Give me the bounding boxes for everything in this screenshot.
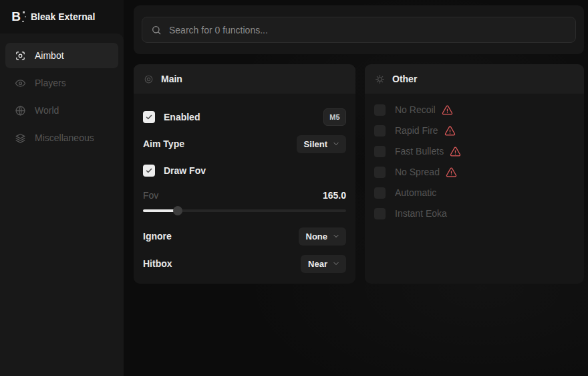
app-title: Bleak External bbox=[31, 11, 96, 22]
sidebar: B Bleak External Aimbot Players Wor bbox=[0, 0, 124, 376]
warning-icon bbox=[444, 125, 456, 136]
search-input[interactable] bbox=[169, 25, 567, 35]
logo-row: B Bleak External bbox=[0, 0, 124, 33]
fov-label: Fov bbox=[143, 190, 158, 201]
warning-icon bbox=[442, 104, 453, 116]
app-window: B Bleak External Aimbot Players Wor bbox=[0, 0, 588, 376]
other-item-no-spread[interactable]: No Spread bbox=[374, 165, 575, 179]
hitbox-row: Hitbox Near bbox=[143, 254, 346, 273]
draw-fov-checkbox[interactable] bbox=[143, 165, 155, 177]
no-spread-checkbox[interactable] bbox=[374, 167, 386, 178]
chevron-down-icon bbox=[332, 232, 340, 240]
eye-icon bbox=[15, 78, 26, 89]
warning-icon bbox=[450, 146, 461, 157]
enabled-keybind-button[interactable]: M5 bbox=[323, 108, 346, 126]
hitbox-value: Near bbox=[308, 259, 327, 269]
ignore-label: Ignore bbox=[143, 231, 172, 242]
draw-fov-label: Draw Fov bbox=[164, 165, 206, 176]
instant-eoka-checkbox[interactable] bbox=[374, 208, 386, 219]
other-item-no-recoil[interactable]: No Recoil bbox=[374, 102, 575, 117]
sidebar-item-miscellaneous[interactable]: Miscellaneous bbox=[5, 125, 118, 151]
ignore-value: None bbox=[306, 231, 328, 242]
fov-value: 165.0 bbox=[323, 190, 346, 201]
sidebar-item-label: World bbox=[35, 105, 59, 116]
sidebar-item-world[interactable]: World bbox=[5, 98, 118, 123]
enabled-row: Enabled M5 bbox=[143, 108, 346, 126]
chevron-down-icon bbox=[332, 260, 340, 268]
other-item-label: Fast Bullets bbox=[395, 146, 444, 157]
search-box[interactable] bbox=[142, 17, 576, 43]
layers-icon bbox=[15, 132, 26, 144]
hitbox-label: Hitbox bbox=[143, 258, 172, 269]
gear-icon bbox=[375, 74, 385, 84]
sidebar-item-label: Miscellaneous bbox=[35, 132, 94, 143]
fov-row: Fov 165.0 bbox=[143, 189, 346, 202]
rapid-fire-checkbox[interactable] bbox=[374, 125, 386, 136]
fov-slider[interactable] bbox=[143, 206, 346, 215]
other-item-fast-bullets[interactable]: Fast Bullets bbox=[374, 144, 575, 159]
target-icon bbox=[144, 74, 154, 84]
automatic-checkbox[interactable] bbox=[374, 187, 386, 199]
main-panel: Main Enabled M5 Aim Type Silent bbox=[134, 64, 355, 284]
enabled-checkbox[interactable] bbox=[143, 111, 155, 123]
chevron-down-icon bbox=[332, 140, 340, 148]
main-panel-header: Main bbox=[134, 64, 355, 94]
main-panel-title: Main bbox=[161, 74, 182, 84]
aim-type-row: Aim Type Silent bbox=[143, 134, 346, 153]
other-panel: Other No Recoil Rapid Fire Fast Bullets bbox=[365, 64, 584, 284]
other-item-rapid-fire[interactable]: Rapid Fire bbox=[374, 123, 575, 138]
search-panel bbox=[134, 5, 584, 54]
ignore-row: Ignore None bbox=[143, 227, 346, 246]
other-item-label: Rapid Fire bbox=[395, 125, 438, 136]
ignore-dropdown[interactable]: None bbox=[299, 227, 347, 246]
fov-slider-thumb[interactable] bbox=[173, 206, 182, 215]
sidebar-item-players[interactable]: Players bbox=[5, 70, 118, 96]
other-panel-title: Other bbox=[392, 74, 417, 84]
enabled-label: Enabled bbox=[164, 112, 200, 122]
other-item-label: No Recoil bbox=[395, 104, 436, 115]
other-item-automatic[interactable]: Automatic bbox=[374, 185, 575, 200]
hitbox-dropdown[interactable]: Near bbox=[301, 255, 346, 273]
no-recoil-checkbox[interactable] bbox=[374, 104, 386, 116]
fast-bullets-checkbox[interactable] bbox=[374, 146, 386, 157]
globe-icon bbox=[15, 105, 26, 116]
crosshair-focus-icon bbox=[15, 50, 26, 62]
other-item-label: Instant Eoka bbox=[395, 208, 447, 219]
sidebar-item-aimbot[interactable]: Aimbot bbox=[5, 43, 118, 68]
search-icon bbox=[151, 25, 162, 35]
sidebar-item-label: Players bbox=[35, 78, 66, 88]
other-item-label: Automatic bbox=[395, 187, 436, 198]
warning-icon bbox=[446, 167, 457, 178]
app-logo-icon: B bbox=[9, 9, 23, 24]
draw-fov-row: Draw Fov bbox=[143, 162, 346, 179]
aim-type-label: Aim Type bbox=[143, 138, 184, 149]
other-item-instant-eoka[interactable]: Instant Eoka bbox=[374, 206, 575, 221]
aim-type-dropdown[interactable]: Silent bbox=[297, 135, 346, 153]
aim-type-value: Silent bbox=[304, 139, 327, 149]
sidebar-item-label: Aimbot bbox=[35, 50, 64, 61]
other-panel-header: Other bbox=[365, 64, 584, 94]
sidebar-nav: Aimbot Players World Miscellaneous bbox=[0, 33, 124, 376]
other-item-label: No Spread bbox=[395, 167, 440, 177]
